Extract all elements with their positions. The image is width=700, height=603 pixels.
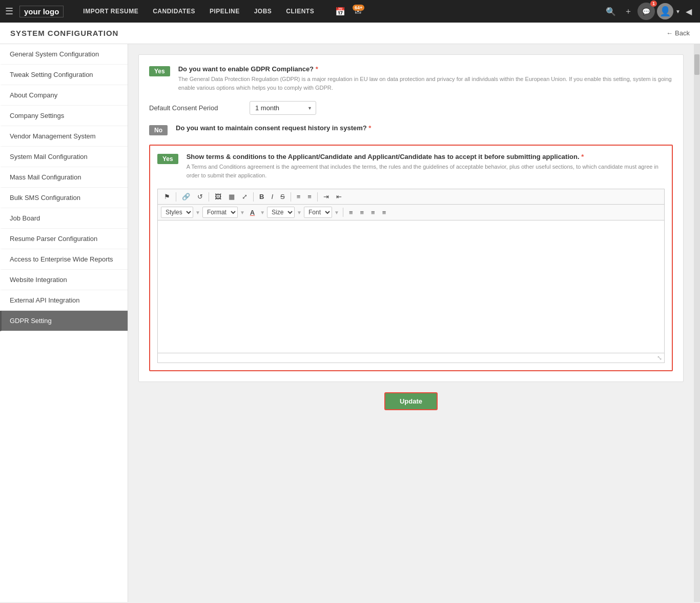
page-header: SYSTEM CONFIGURATION ← Back bbox=[0, 23, 700, 44]
toolbar-strikethrough-btn[interactable]: S bbox=[277, 191, 288, 202]
toolbar-align-justify-btn[interactable]: ≡ bbox=[379, 207, 389, 218]
consent-history-required-indicator: * bbox=[368, 124, 371, 132]
consent-history-label: Do you want to maintain consent request … bbox=[176, 124, 371, 132]
terms-badge-yes[interactable]: Yes bbox=[157, 154, 178, 164]
chat-icon[interactable]: 💬 1 bbox=[637, 3, 655, 20]
toolbar-outdent-btn[interactable]: ⇤ bbox=[333, 191, 345, 202]
sidebar-item-job-board[interactable]: Job Board bbox=[0, 208, 128, 229]
toolbar-table-btn[interactable]: ▦ bbox=[225, 191, 238, 202]
sidebar-item-gdpr-setting[interactable]: GDPR Setting bbox=[0, 311, 128, 331]
sidebar-item-general-system-config[interactable]: General System Configuration bbox=[0, 44, 128, 65]
format-dropdown-icon: ▼ bbox=[240, 210, 245, 215]
terms-editor-box: Yes Show terms & conditions to the Appli… bbox=[149, 145, 673, 371]
back-label: Back bbox=[675, 29, 690, 37]
hamburger-menu-icon[interactable]: ☰ bbox=[5, 6, 13, 17]
toolbar-font-color-btn[interactable]: A bbox=[247, 207, 258, 218]
toolbar-source-btn[interactable]: ⚑ bbox=[161, 191, 173, 202]
gdpr-enable-badge[interactable]: Yes bbox=[149, 66, 170, 76]
sidebar-item-vendor-mgmt-system[interactable]: Vendor Management System bbox=[0, 126, 128, 147]
toolbar-sep-1 bbox=[176, 192, 176, 202]
sidebar-item-resume-parser-config[interactable]: Resume Parser Configuration bbox=[0, 229, 128, 249]
calendar-icon[interactable]: 📅 bbox=[332, 5, 348, 18]
candidates-link[interactable]: CANDIDATES bbox=[146, 0, 202, 23]
consent-history-badge[interactable]: No bbox=[149, 125, 168, 135]
jobs-link[interactable]: JOBS bbox=[247, 0, 279, 23]
search-icon[interactable]: 🔍 bbox=[603, 5, 619, 18]
toolbar-image-btn[interactable]: 🖼 bbox=[212, 191, 224, 202]
mail-icon[interactable]: ✉ 64+ bbox=[352, 5, 364, 18]
sidebar-item-system-mail-config[interactable]: System Mail Configuration bbox=[0, 147, 128, 167]
toolbar-align-right-btn[interactable]: ≡ bbox=[368, 207, 378, 218]
avatar-dropdown-icon[interactable]: ▼ bbox=[675, 9, 681, 14]
nav-links: IMPORT RESUME CANDIDATES PIPELINE JOBS C… bbox=[76, 0, 321, 23]
gdpr-card: Yes Do you want to enable GDPR Complianc… bbox=[138, 54, 684, 382]
editor-toolbar-row2: Styles ▼ Format ▼ A ▼ Size ▼ Font bbox=[157, 204, 665, 220]
gdpr-enable-required-indicator: * bbox=[316, 65, 318, 73]
toolbar-sep-6 bbox=[343, 208, 343, 217]
consent-history-row: No Do you want to maintain consent reque… bbox=[149, 124, 673, 135]
sidebar-item-mass-mail-config[interactable]: Mass Mail Configuration bbox=[0, 167, 128, 188]
consent-period-row: Default Consent Period 1 month 3 months … bbox=[149, 101, 673, 115]
toolbar-ordered-list-btn[interactable]: ≡ bbox=[304, 191, 315, 202]
toolbar-sep-4 bbox=[291, 192, 291, 202]
scrollbar-thumb[interactable] bbox=[694, 54, 699, 75]
collapse-nav-icon[interactable]: ◀ bbox=[683, 5, 695, 18]
toolbar-link-btn[interactable]: 🔗 bbox=[179, 191, 193, 202]
gdpr-enable-label: Do you want to enable GDPR Compliance? * bbox=[178, 65, 673, 73]
sidebar-item-external-api-integration[interactable]: External API Integration bbox=[0, 290, 128, 311]
editor-resize-handle[interactable]: ⤡ bbox=[157, 353, 665, 363]
font-dropdown-icon: ▼ bbox=[334, 210, 339, 215]
gdpr-enable-desc: The General Data Protection Regulation (… bbox=[178, 75, 673, 92]
toolbar-align-left-btn[interactable]: ≡ bbox=[346, 207, 356, 218]
sidebar-item-enterprise-reports[interactable]: Access to Enterprise Wide Reports bbox=[0, 249, 128, 270]
toolbar-sep-2 bbox=[209, 192, 209, 202]
toolbar-styles-select[interactable]: Styles bbox=[161, 207, 193, 218]
sidebar: General System Configuration Tweak Setti… bbox=[0, 44, 128, 602]
toolbar-sep-3 bbox=[253, 192, 254, 202]
pipeline-link[interactable]: PIPELINE bbox=[202, 0, 247, 23]
gdpr-enable-row: Yes Do you want to enable GDPR Complianc… bbox=[149, 65, 673, 92]
consent-period-label: Default Consent Period bbox=[149, 104, 241, 112]
sidebar-item-about-company[interactable]: About Company bbox=[0, 85, 128, 106]
terms-desc: A Terms and Conditions agreement is the … bbox=[187, 163, 665, 179]
scrollbar[interactable] bbox=[694, 44, 700, 602]
sidebar-item-company-settings[interactable]: Company Settings bbox=[0, 106, 128, 126]
gdpr-enable-content: Do you want to enable GDPR Compliance? *… bbox=[178, 65, 673, 92]
sidebar-item-bulk-sms-config[interactable]: Bulk SMS Configuration bbox=[0, 188, 128, 208]
back-arrow-icon: ← bbox=[666, 29, 673, 37]
toolbar-align-center-btn[interactable]: ≡ bbox=[357, 207, 367, 218]
toolbar-size-select[interactable]: Size bbox=[267, 207, 295, 218]
font-color-dropdown-icon: ▼ bbox=[260, 210, 265, 215]
toolbar-unordered-list-btn[interactable]: ≡ bbox=[294, 191, 304, 202]
toolbar-font-select[interactable]: Font bbox=[304, 207, 332, 218]
top-navigation: ☰ your logo IMPORT RESUME CANDIDATES PIP… bbox=[0, 0, 700, 23]
main-layout: General System Configuration Tweak Setti… bbox=[0, 44, 700, 602]
toolbar-format-select[interactable]: Format bbox=[202, 207, 238, 218]
terms-label: Show terms & conditions to the Applicant… bbox=[187, 153, 665, 160]
update-button[interactable]: Update bbox=[384, 392, 438, 410]
main-content: Yes Do you want to enable GDPR Complianc… bbox=[128, 44, 694, 602]
terms-label-row: Yes Show terms & conditions to the Appli… bbox=[157, 153, 665, 179]
update-row: Update bbox=[138, 392, 684, 410]
toolbar-unlink-btn[interactable]: ↺ bbox=[194, 191, 206, 202]
import-resume-link[interactable]: IMPORT RESUME bbox=[76, 0, 146, 23]
sidebar-item-website-integration[interactable]: Website Integration bbox=[0, 270, 128, 290]
toolbar-maximize-btn[interactable]: ⤢ bbox=[239, 191, 251, 202]
clients-link[interactable]: CLIENTS bbox=[279, 0, 321, 23]
toolbar-indent-btn[interactable]: ⇥ bbox=[320, 191, 332, 202]
styles-dropdown-icon: ▼ bbox=[195, 210, 200, 215]
toolbar-sep-5 bbox=[317, 192, 318, 202]
size-dropdown-icon: ▼ bbox=[297, 210, 302, 215]
avatar[interactable]: 👤 bbox=[657, 3, 673, 19]
terms-label-content: Show terms & conditions to the Applicant… bbox=[187, 153, 665, 179]
consent-period-select[interactable]: 1 month 3 months 6 months 1 year bbox=[250, 101, 316, 115]
page-title: SYSTEM CONFIGURATION bbox=[10, 29, 118, 37]
consent-period-select-wrapper: 1 month 3 months 6 months 1 year bbox=[250, 101, 316, 115]
sidebar-item-tweak-setting-config[interactable]: Tweak Setting Configuration bbox=[0, 65, 128, 85]
editor-area[interactable] bbox=[157, 220, 665, 353]
add-icon[interactable]: ＋ bbox=[621, 4, 635, 19]
toolbar-bold-btn[interactable]: B bbox=[256, 191, 267, 202]
back-link[interactable]: ← Back bbox=[666, 29, 690, 37]
topnav-right: 🔍 ＋ 💬 1 👤 ▼ ◀ bbox=[603, 3, 695, 20]
toolbar-italic-btn[interactable]: I bbox=[268, 191, 276, 202]
